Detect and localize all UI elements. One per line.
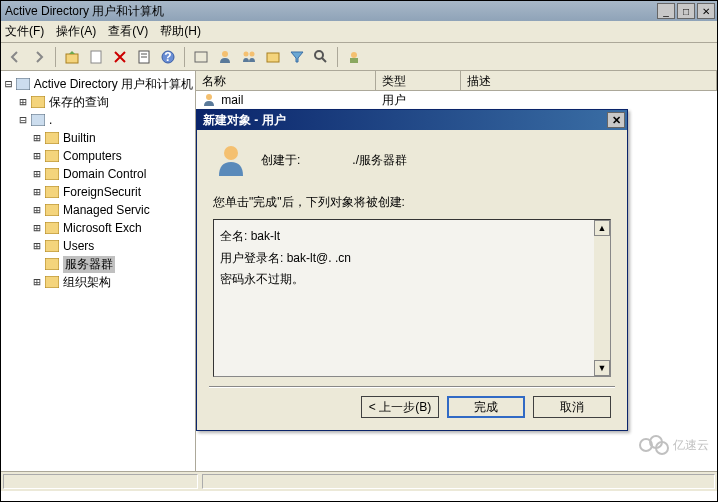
folder-icon — [45, 150, 59, 162]
folder-icon — [45, 204, 59, 216]
svg-point-28 — [206, 94, 212, 100]
created-in-label: 创建于: — [261, 152, 300, 169]
svg-point-12 — [315, 51, 323, 59]
folder-icon — [45, 132, 59, 144]
svg-rect-26 — [45, 258, 59, 270]
svg-rect-19 — [45, 132, 59, 144]
svg-rect-7 — [195, 52, 207, 62]
tree-domain[interactable]: ⊟ . — [3, 111, 193, 129]
tree-root[interactable]: ⊟ Active Directory 用户和计算机 — [3, 75, 193, 93]
menubar: 文件(F) 操作(A) 查看(V) 帮助(H) — [1, 21, 717, 43]
tree-item-org[interactable]: ⊞组织架构 — [3, 273, 193, 291]
svg-rect-0 — [66, 54, 78, 63]
scroll-up-icon[interactable]: ▲ — [594, 220, 610, 236]
tree-item-users[interactable]: ⊞Users — [3, 237, 193, 255]
cancel-button[interactable]: 取消 — [533, 396, 611, 418]
tree-item-exchange[interactable]: ⊞Microsoft Exch — [3, 219, 193, 237]
user-icon — [202, 93, 216, 107]
summary-box: 全名: bak-lt 用户登录名: bak-lt@. .cn 密码永不过期。 ▲… — [213, 219, 611, 377]
person-icon — [213, 142, 249, 178]
scroll-down-icon[interactable]: ▼ — [594, 360, 610, 376]
svg-point-8 — [222, 51, 228, 57]
minimize-button[interactable]: _ — [657, 3, 675, 19]
svg-rect-23 — [45, 204, 59, 216]
tree-item-builtin[interactable]: ⊞Builtin — [3, 129, 193, 147]
close-button[interactable]: ✕ — [697, 3, 715, 19]
new-user-icon[interactable] — [215, 47, 235, 67]
scrollbar[interactable]: ▲ ▼ — [594, 220, 610, 376]
tree-item-domain-controllers[interactable]: ⊞Domain Control — [3, 165, 193, 183]
menu-file[interactable]: 文件(F) — [5, 23, 44, 40]
folder-icon — [45, 222, 59, 234]
svg-line-13 — [322, 58, 326, 62]
folder-icon — [31, 96, 45, 108]
up-icon[interactable] — [62, 47, 82, 67]
back-icon[interactable] — [5, 47, 25, 67]
help-icon[interactable]: ? — [158, 47, 178, 67]
finish-button[interactable]: 完成 — [447, 396, 525, 418]
folder-icon — [45, 276, 59, 288]
filter-icon[interactable] — [287, 47, 307, 67]
tree-item-computers[interactable]: ⊞Computers — [3, 147, 193, 165]
folder-icon — [45, 168, 59, 180]
ad-icon — [16, 78, 29, 90]
svg-rect-15 — [350, 58, 358, 63]
statusbar — [1, 471, 717, 491]
new-ou-icon[interactable] — [263, 47, 283, 67]
window-title: Active Directory 用户和计算机 — [5, 3, 657, 20]
tree-item-servers[interactable]: 服务器群 — [3, 255, 193, 273]
toolbar: ? — [1, 43, 717, 71]
domain-icon — [31, 114, 45, 126]
svg-rect-1 — [91, 51, 101, 63]
svg-point-14 — [351, 52, 357, 58]
list-item[interactable]: mail 用户 — [196, 91, 717, 109]
dialog-title: 新建对象 - 用户 — [203, 112, 286, 129]
svg-rect-24 — [45, 222, 59, 234]
menu-view[interactable]: 查看(V) — [108, 23, 148, 40]
svg-point-29 — [224, 146, 238, 160]
tree-item-managed[interactable]: ⊞Managed Servic — [3, 201, 193, 219]
search-icon[interactable] — [311, 47, 331, 67]
svg-text:?: ? — [164, 50, 171, 64]
forward-icon[interactable] — [29, 47, 49, 67]
dialog-prompt: 您单击"完成"后，下列对象将被创建: — [213, 194, 611, 211]
tree-item-foreign[interactable]: ⊞ForeignSecurit — [3, 183, 193, 201]
menu-help[interactable]: 帮助(H) — [160, 23, 201, 40]
folder-icon — [45, 258, 59, 270]
maximize-button[interactable]: □ — [677, 3, 695, 19]
tree-saved-queries[interactable]: ⊞ 保存的查询 — [3, 93, 193, 111]
svg-rect-18 — [31, 114, 45, 126]
svg-point-9 — [244, 51, 249, 56]
svg-rect-16 — [16, 78, 29, 90]
svg-rect-17 — [31, 96, 45, 108]
delete-icon[interactable] — [110, 47, 130, 67]
new-user-dialog: 新建对象 - 用户 ✕ 创建于: ./服务器群 您单击"完成"后，下列对象将被创… — [196, 109, 628, 431]
window-controls: _ □ ✕ — [657, 3, 717, 19]
folder-icon — [45, 240, 59, 252]
back-button[interactable]: < 上一步(B) — [361, 396, 439, 418]
created-in-value: ./服务器群 — [352, 152, 407, 169]
folder-icon — [45, 186, 59, 198]
refresh-icon[interactable] — [344, 47, 364, 67]
svg-point-10 — [250, 51, 255, 56]
column-desc[interactable]: 描述 — [461, 71, 717, 90]
new-group-icon[interactable] — [239, 47, 259, 67]
column-name[interactable]: 名称 — [196, 71, 376, 90]
svg-rect-11 — [267, 53, 279, 62]
column-type[interactable]: 类型 — [376, 71, 461, 90]
svg-rect-20 — [45, 150, 59, 162]
cut-icon[interactable] — [86, 47, 106, 67]
properties-icon[interactable] — [134, 47, 154, 67]
tree-pane: ⊟ Active Directory 用户和计算机 ⊞ 保存的查询 ⊟ . ⊞B… — [1, 71, 196, 471]
find-icon[interactable] — [191, 47, 211, 67]
svg-rect-22 — [45, 186, 59, 198]
svg-rect-27 — [45, 276, 59, 288]
svg-rect-25 — [45, 240, 59, 252]
menu-action[interactable]: 操作(A) — [56, 23, 96, 40]
svg-rect-21 — [45, 168, 59, 180]
dialog-close-button[interactable]: ✕ — [607, 112, 625, 128]
watermark: 亿速云 — [639, 435, 709, 455]
